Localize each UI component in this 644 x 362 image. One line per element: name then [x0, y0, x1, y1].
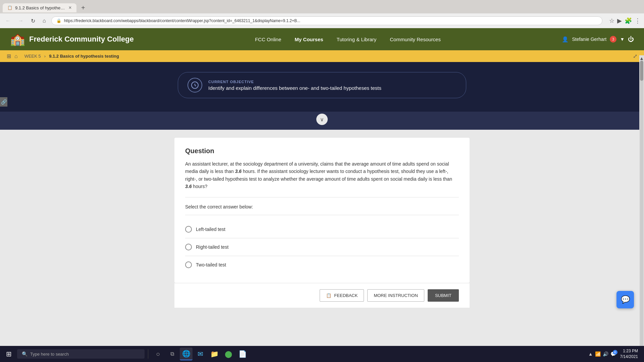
feedback-button[interactable]: 📋 FEEDBACK [320, 289, 364, 302]
scroll-up-arrow[interactable]: ▲ [639, 56, 644, 61]
question-body-part3: hours? [192, 184, 207, 189]
site-nav: FCC Online My Courses Tutoring & Library… [255, 37, 441, 42]
tab-title: 9.1.2 Basics of hypothesis testing [15, 5, 66, 10]
answer-option-1[interactable]: Left-tailed test [185, 221, 459, 238]
site-logo: 🏫 Frederick Community College [10, 32, 134, 46]
chat-fab-button[interactable]: 💬 [616, 291, 634, 308]
taskbar-chrome[interactable]: ⬤ [222, 348, 235, 360]
refresh-button[interactable]: ↻ [29, 16, 37, 25]
collapse-toggle-button[interactable]: ∨ [316, 114, 328, 125]
profile-button[interactable]: ▶ [617, 17, 622, 24]
search-placeholder: Type here to search [30, 352, 69, 357]
scrollbar-track[interactable] [640, 61, 643, 357]
back-button[interactable]: ← [3, 16, 13, 25]
address-bar[interactable]: 🔒 https://frederick.blackboard.com/webap… [51, 16, 602, 25]
home-button[interactable]: ⌂ [41, 16, 48, 25]
taskbar-tray: ▲ 📶 🔊 💬 8 1:23 PM 7/14/2021 [588, 348, 641, 360]
dropdown-icon[interactable]: ▼ [620, 37, 625, 42]
lock-icon: 🔒 [56, 18, 61, 23]
question-card: Question An assistant lecturer, at the s… [174, 138, 470, 283]
breadcrumb-expand-icon[interactable]: ⤢ [633, 53, 637, 59]
main-content: Question An assistant lecturer, at the s… [0, 130, 644, 316]
taskbar-edge[interactable]: 🌐 [180, 348, 193, 360]
active-tab[interactable]: 📋 9.1.2 Basics of hypothesis testing ✕ [3, 3, 76, 12]
nav-my-courses[interactable]: My Courses [295, 37, 323, 42]
scrollbar-thumb[interactable] [640, 61, 643, 81]
radio-right-tailed[interactable] [185, 244, 192, 250]
taskbar-mail[interactable]: ✉ [194, 348, 207, 360]
url-text: https://frederick.blackboard.com/webapps… [64, 18, 597, 23]
breadcrumb-home-icon[interactable]: ⌂ [14, 53, 18, 59]
taskbar: ⊞ 🔍 Type here to search ○ ⧉ 🌐 ✉ 📁 ⬤ 📄 ▲ … [0, 346, 644, 362]
objective-box: CURRENT OBJECTIVE Identify and explain d… [178, 72, 466, 98]
nav-fcc-online[interactable]: FCC Online [255, 37, 281, 42]
question-number1: 3.6 [235, 169, 241, 174]
answer-option-3[interactable]: Two-tailed test [185, 256, 459, 274]
more-instruction-button[interactable]: MORE INSTRUCTION [367, 289, 424, 302]
radio-left-tailed[interactable] [185, 226, 192, 233]
start-button[interactable]: ⊞ [3, 349, 15, 359]
taskbar-divider [148, 349, 148, 359]
objective-icon [187, 78, 202, 93]
taskbar-files[interactable]: 📁 [208, 348, 221, 360]
user-name: Stefanie Gerhart [572, 37, 606, 42]
breadcrumb-bar: ⊞ ⌂ WEEK 5 › 9.1.2 Basics of hypothesis … [0, 50, 644, 62]
question-title: Question [185, 147, 459, 155]
answer-label-1: Left-tailed test [196, 227, 225, 232]
breadcrumb-week: WEEK 5 [24, 54, 41, 59]
radio-two-tailed[interactable] [185, 261, 192, 268]
taskbar-time-display: 1:23 PM [620, 348, 638, 354]
extensions-button[interactable]: 🧩 [625, 17, 632, 24]
action-bar: 📋 FEEDBACK MORE INSTRUCTION SUBMIT [174, 283, 470, 308]
nav-community[interactable]: Community Resources [390, 37, 441, 42]
taskbar-cortana[interactable]: ○ [152, 348, 164, 360]
question-number2: 3.6 [185, 184, 192, 189]
notification-badge[interactable]: 3 [610, 36, 616, 43]
tray-sound-icon: 🔊 [603, 351, 608, 357]
taskbar-msg-button[interactable]: 💬 8 [610, 351, 616, 357]
breadcrumb-grid-icon: ⊞ [7, 53, 11, 59]
institution-name: Frederick Community College [29, 35, 134, 44]
nav-tutoring[interactable]: Tutoring & Library [337, 37, 377, 42]
collapse-toggle-area: ∨ [0, 112, 644, 130]
answer-option-2[interactable]: Right-tailed test [185, 238, 459, 256]
answer-label-2: Right-tailed test [196, 244, 228, 250]
site-header: 🏫 Frederick Community College FCC Online… [0, 28, 644, 50]
answer-label-3: Two-tailed test [196, 262, 226, 267]
search-icon: 🔍 [22, 351, 28, 357]
breadcrumb-sep2: › [44, 54, 46, 59]
taskbar-apps: ○ ⧉ 🌐 ✉ 📁 ⬤ 📄 [152, 348, 586, 360]
taskbar-office[interactable]: 📄 [236, 348, 249, 360]
objective-text: Identify and explain differences between… [208, 85, 381, 91]
msg-badge-count: 8 [613, 350, 618, 355]
user-area: 👤 Stefanie Gerhart 3 ▼ ⏻ [562, 36, 634, 43]
tray-icons: ▲ 📶 🔊 💬 8 [588, 351, 616, 357]
tray-network-icon: 📶 [595, 351, 601, 357]
feedback-icon: 📋 [326, 293, 331, 298]
submit-button[interactable]: SUBMIT [428, 289, 459, 302]
tab-close-button[interactable]: ✕ [68, 5, 72, 10]
side-link-icon[interactable]: 🔗 [0, 97, 7, 107]
settings-button[interactable]: ⋮ [635, 17, 641, 24]
taskbar-datetime: 1:23 PM 7/14/2021 [620, 348, 638, 360]
question-body: An assistant lecturer, at the sociology … [185, 160, 459, 197]
user-avatar-icon: 👤 [562, 36, 569, 43]
new-tab-button[interactable]: + [78, 4, 88, 12]
taskbar-date-display: 7/14/2021 [620, 354, 638, 360]
tab-favicon: 📋 [7, 5, 12, 10]
tray-up-arrow[interactable]: ▲ [588, 351, 593, 357]
select-prompt: Select the correct answer below: [185, 204, 459, 215]
taskbar-search-input[interactable]: 🔍 Type here to search [17, 349, 145, 359]
breadcrumb-action-icons: ⤢ [633, 53, 637, 59]
objective-label: CURRENT OBJECTIVE [208, 80, 381, 84]
objective-content: CURRENT OBJECTIVE Identify and explain d… [208, 80, 381, 91]
taskbar-task-view[interactable]: ⧉ [166, 348, 178, 360]
breadcrumb-page: 9.1.2 Basics of hypothesis testing [49, 54, 119, 59]
power-icon[interactable]: ⏻ [628, 36, 634, 43]
scrollbar[interactable]: ▲ ▼ [639, 55, 644, 362]
forward-button[interactable]: → [16, 16, 25, 25]
bookmark-button[interactable]: ☆ [609, 17, 614, 24]
logo-arc-icon: 🏫 [10, 32, 25, 46]
objective-area: CURRENT OBJECTIVE Identify and explain d… [0, 62, 644, 112]
